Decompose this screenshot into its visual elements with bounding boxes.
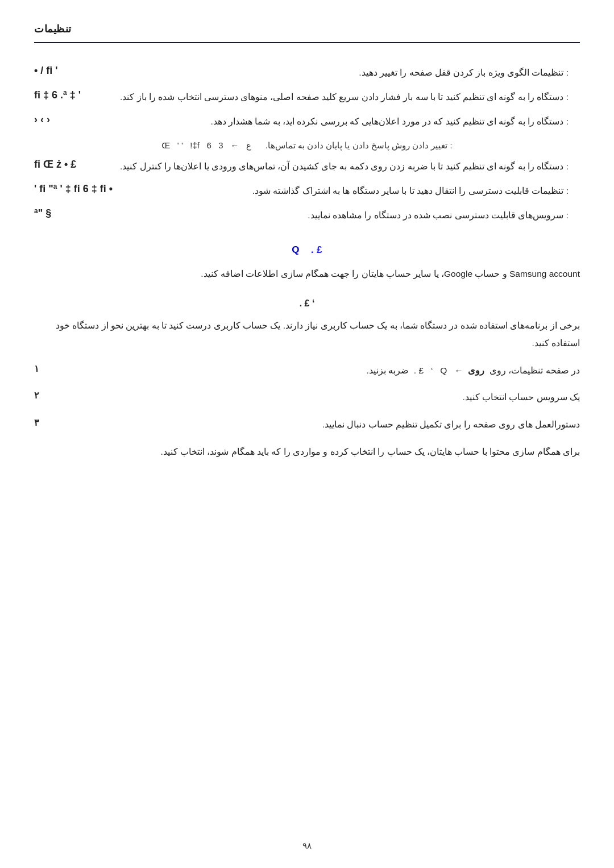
step-1-text: در صفحه تنظیمات، روی رو‌ی ← Q ‘ £ . ضربه…: [58, 362, 580, 379]
step-2: یک سرویس حساب انتخاب کنید. ۲: [34, 389, 580, 405]
step-3-text: دستورالعمل های روی صفحه را برای تکمیل تن…: [58, 416, 580, 433]
line4-row: : تغییر دادن روش پاسخ دادن یا پایان دادن…: [34, 137, 580, 154]
step-3-number: ۳: [34, 416, 50, 428]
item-label: : تنظیمات الگوی ویژه باز کردن قفل صفحه ر…: [359, 68, 569, 77]
item-text: : دستگاه را به گونه ای تنظیم کنید تا با …: [82, 157, 569, 175]
user-accounts-intro-text: برخی از برنامه‌های استفاده شده در دستگاه…: [56, 321, 580, 348]
accounts-intro: Samsung account و حساب Google، یا سایر ح…: [34, 265, 580, 283]
list-item: : تنظیمات الگوی ویژه باز کردن قفل صفحه ر…: [34, 64, 580, 81]
step-2-text: یک سرویس حساب انتخاب کنید.: [58, 389, 580, 405]
settings-list: : تنظیمات الگوی ویژه باز کردن قفل صفحه ر…: [34, 64, 580, 224]
top-header: تنظیمات: [34, 23, 580, 43]
item-text: : تنظیمات الگوی ویژه باز کردن قفل صفحه ر…: [64, 64, 569, 81]
item-text: : سرویس‌های قابلیت دسترسی نصب شده در دست…: [57, 206, 569, 224]
item-prefix: ‹ › ‹: [34, 113, 50, 126]
user-accounts-heading: ‘ £ .: [34, 298, 580, 309]
sync-footer-text: برای همگام سازی محتوا با حساب هایتان، یک…: [34, 443, 580, 460]
page-container: تنظیمات : تنظیمات الگوی ویژه باز کردن قف…: [0, 0, 614, 868]
list-item: : تنظیمات قابلیت دسترسی را انتقال دهید ت…: [34, 182, 580, 200]
step-1: در صفحه تنظیمات، روی رو‌ی ← Q ‘ £ . ضربه…: [34, 362, 580, 379]
step-2-number: ۲: [34, 389, 50, 401]
item-label: : دستگاه را به گونه ای تنظیم کنید که در …: [211, 117, 569, 126]
item-prefix: § "ª: [34, 206, 51, 219]
item-label: : دستگاه را به گونه ای تنظیم کنید تا با …: [120, 161, 569, 171]
item-text: : دستگاه را به گونه ای تنظیم کنید تا با …: [86, 88, 569, 106]
item-prefix: ' ‡ fi ‡ 6 .ª: [34, 88, 81, 101]
page-number: ۹۸: [302, 841, 312, 851]
item-label: : سرویس‌های قابلیت دسترسی نصب شده در دست…: [308, 210, 569, 220]
item-label: : تنظیمات قابلیت دسترسی را انتقال دهید ت…: [252, 186, 569, 196]
item-prefix: ' fi / •: [34, 64, 58, 77]
user-accounts-heading-text: ‘ £ .: [300, 298, 315, 308]
list-item: : سرویس‌های قابلیت دسترسی نصب شده در دست…: [34, 206, 580, 224]
sync-footer-content: برای همگام سازی محتوا با حساب هایتان، یک…: [161, 447, 580, 456]
list-item: : دستگاه را به گونه ای تنظیم کنید تا با …: [34, 157, 580, 175]
item-text: : دستگاه را به گونه ای تنظیم کنید که در …: [56, 113, 569, 130]
user-accounts-intro: برخی از برنامه‌های استفاده شده در دستگاه…: [34, 317, 580, 352]
step-1-number: ۱: [34, 362, 50, 374]
step-3: دستورالعمل های روی صفحه را برای تکمیل تن…: [34, 416, 580, 433]
list-item: : دستگاه را به گونه ای تنظیم کنید تا با …: [34, 88, 580, 106]
item-label: : دستگاه را به گونه ای تنظیم کنید تا با …: [120, 92, 569, 102]
accounts-section-heading: £ . Q: [34, 244, 580, 256]
accounts-intro-text: Samsung account و حساب Google، یا سایر ح…: [201, 269, 580, 279]
item-prefix: £ • fi Œ ż: [34, 157, 76, 171]
setup-steps: در صفحه تنظیمات، روی رو‌ی ← Q ‘ £ . ضربه…: [34, 362, 580, 433]
item-text: : تنظیمات قابلیت دسترسی را انتقال دهید ت…: [118, 182, 569, 200]
accounts-heading-text: £ . Q: [292, 244, 322, 255]
page-title: تنظیمات: [34, 23, 72, 35]
list-item: : دستگاه را به گونه ای تنظیم کنید که در …: [34, 113, 580, 130]
item-prefix: • fi "ª ' ‡ fi 6 ‡ fi ': [34, 182, 113, 195]
